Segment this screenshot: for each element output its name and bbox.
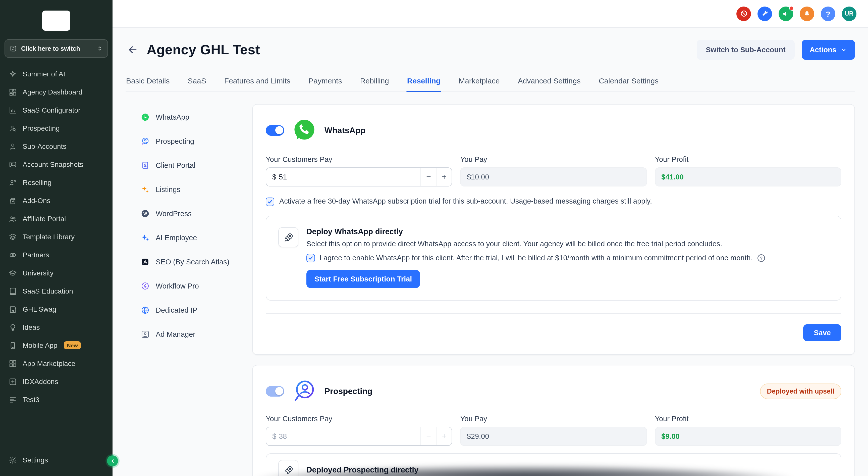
feature-nav-label: Prospecting (156, 137, 194, 145)
customers-pay-label: Your Customers Pay (266, 155, 452, 163)
switch-to-subaccount-button[interactable]: Switch to Sub-Account (697, 40, 795, 60)
feature-nav-label: Ad Manager (156, 330, 195, 338)
announcements-button[interactable] (779, 6, 793, 21)
sidebar-item-label: Account Snapshots (23, 160, 83, 168)
sidebar-item-mobile-app[interactable]: Mobile App New (0, 336, 113, 354)
sidebar-item-reselling[interactable]: Reselling (0, 173, 113, 191)
sidebar-item-university[interactable]: University (0, 264, 113, 282)
feature-nav-item-listings[interactable]: Listings (141, 177, 252, 202)
feature-nav-item-prospecting[interactable]: Prospecting (141, 129, 252, 153)
feature-nav-item-ad-manager[interactable]: Ad Manager (141, 322, 252, 346)
feature-nav-item-ai-employee[interactable]: AI Employee (141, 226, 252, 250)
actions-button[interactable]: Actions (802, 40, 855, 60)
help-circle-icon[interactable]: ? (757, 254, 766, 262)
rocket-icon (283, 232, 293, 242)
customers-pay-field[interactable]: $ − + (266, 168, 452, 186)
feature-nav-item-seo[interactable]: SEO (By Search Atlas) (141, 250, 252, 274)
sidebar-item-agency-dashboard[interactable]: Agency Dashboard (0, 83, 113, 101)
agency-logo[interactable] (42, 10, 70, 31)
sidebar-item-idxaddons[interactable]: IDXAddons (0, 373, 113, 391)
sidebar-item-label: Settings (23, 456, 48, 464)
tab-basic-details[interactable]: Basic Details (126, 71, 170, 91)
agree-checkbox[interactable] (306, 254, 315, 262)
sidebar-item-ideas[interactable]: Ideas (0, 318, 113, 336)
notifications-button[interactable] (800, 6, 814, 21)
sidebar-item-add-ons[interactable]: Add-Ons (0, 191, 113, 210)
tab-advanced-settings[interactable]: Advanced Settings (517, 71, 581, 91)
sidebar-item-prospecting[interactable]: Prospecting (0, 119, 113, 137)
sidebar-item-app-marketplace[interactable]: App Marketplace (0, 354, 113, 373)
currency-prefix: $ (272, 432, 276, 440)
sidebar-item-label: Mobile App (23, 341, 58, 349)
account-switcher-button[interactable]: Click here to switch (4, 39, 108, 58)
grid-icon (8, 359, 17, 368)
book-icon (8, 287, 17, 295)
feature-cards: WhatsApp Your Customers Pay $ − (252, 104, 855, 476)
sidebar-item-sub-accounts[interactable]: Sub-Accounts (0, 137, 113, 155)
sidebar-item-account-snapshots[interactable]: Account Snapshots (0, 155, 113, 173)
prospecting-icon (141, 137, 150, 146)
sidebar-item-saas-configurator[interactable]: SaaS Configurator (0, 101, 113, 119)
feature-nav-item-wordpress[interactable]: W WordPress (141, 202, 252, 226)
tab-calendar-settings[interactable]: Calendar Settings (598, 71, 659, 91)
tab-rebilling[interactable]: Rebilling (360, 71, 390, 91)
actions-label: Actions (810, 46, 836, 54)
whatsapp-toggle[interactable] (266, 125, 284, 136)
sidebar-item-settings[interactable]: Settings (0, 451, 113, 469)
dnd-button[interactable] (736, 6, 751, 21)
help-button[interactable]: ? (821, 6, 835, 21)
tools-button[interactable] (757, 6, 772, 21)
whatsapp-card-footer: Save (266, 313, 841, 341)
increment-button[interactable]: + (436, 427, 452, 445)
customers-pay-input[interactable] (279, 173, 421, 181)
layers-icon (8, 233, 17, 241)
save-button[interactable]: Save (803, 324, 841, 341)
sidebar-item-ghl-swag[interactable]: GHL Swag (0, 300, 113, 318)
feature-nav-item-workflow-pro[interactable]: Workflow Pro (141, 274, 252, 298)
increment-button[interactable]: + (436, 168, 452, 186)
feature-nav-item-whatsapp[interactable]: WhatsApp (141, 105, 252, 129)
feature-nav-item-dedicated-ip[interactable]: Dedicated IP (141, 298, 252, 322)
feature-nav-item-client-portal[interactable]: Client Portal (141, 153, 252, 177)
tab-saas[interactable]: SaaS (187, 71, 207, 91)
sidebar-item-partners[interactable]: Partners (0, 246, 113, 264)
tab-payments[interactable]: Payments (308, 71, 342, 91)
sidebar-item-label: Test3 (23, 395, 39, 404)
sidebar-item-summer-of-ai[interactable]: Summer of AI (0, 65, 113, 83)
sidebar-item-affiliate-portal[interactable]: Affiliate Portal (0, 210, 113, 228)
sidebar-item-test3[interactable]: Test3 (0, 391, 113, 409)
profit-value: $9.00 (655, 427, 841, 446)
customers-pay-input[interactable] (279, 432, 421, 440)
tab-features-and-limits[interactable]: Features and Limits (224, 71, 291, 91)
customers-pay-field[interactable]: $ − + (266, 427, 452, 446)
sidebar-item-label: SaaS Education (23, 287, 73, 295)
agree-label: I agree to enable WhatsApp for this clie… (319, 254, 753, 262)
tab-marketplace[interactable]: Marketplace (458, 71, 500, 91)
start-trial-button[interactable]: Start Free Subscription Trial (306, 270, 420, 288)
addon-icon (8, 377, 17, 386)
app-root: Click here to switch Summer of AI Agency… (0, 0, 868, 476)
whatsapp-card-title: WhatsApp (324, 125, 366, 135)
you-pay-label: You Pay (460, 415, 647, 423)
feature-nav-label: Listings (156, 185, 180, 194)
check-icon (308, 255, 313, 261)
sidebar-bottom: Settings (0, 451, 113, 476)
stepper-controls: − + (421, 168, 452, 186)
decrement-button[interactable]: − (421, 427, 436, 445)
user-avatar[interactable]: UR (842, 6, 857, 21)
sidebar-item-saas-education[interactable]: SaaS Education (0, 282, 113, 300)
switch-account-icon (9, 45, 17, 52)
back-button[interactable] (126, 43, 140, 57)
block-icon (740, 9, 748, 18)
trial-checkbox-row: Activate a free 30-day WhatsApp subscrip… (266, 197, 841, 206)
prospecting-card: Prospecting Deployed with upsell Your Cu… (252, 365, 855, 476)
trial-checkbox[interactable] (266, 198, 274, 206)
rocket-icon (283, 465, 293, 475)
prospecting-toggle[interactable] (266, 386, 284, 396)
deploy-title: Deployed Prospecting directly (306, 466, 829, 475)
sidebar-collapse-button[interactable] (107, 455, 118, 467)
reselling-body: WhatsApp Prospecting Client Portal Listi… (126, 104, 855, 476)
decrement-button[interactable]: − (421, 168, 436, 186)
tab-reselling[interactable]: Reselling (407, 71, 441, 91)
sidebar-item-template-library[interactable]: Template Library (0, 228, 113, 246)
